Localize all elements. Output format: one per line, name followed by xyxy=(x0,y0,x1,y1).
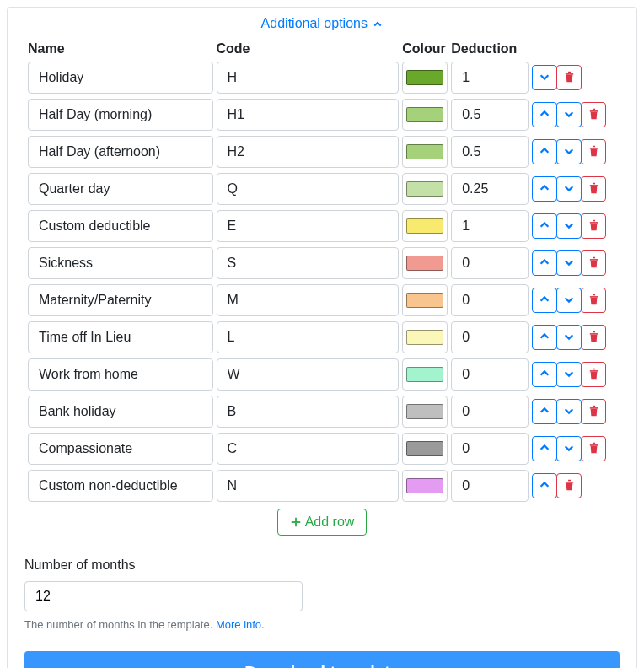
download-template-button[interactable]: Download template xyxy=(24,651,620,668)
move-up-button[interactable] xyxy=(532,176,557,202)
deduction-cell[interactable]: 0 xyxy=(451,321,529,353)
name-cell[interactable]: Maternity/Paternity xyxy=(28,284,213,316)
colour-cell[interactable] xyxy=(402,358,448,391)
delete-row-button[interactable] xyxy=(581,213,606,239)
deduction-value: 0.25 xyxy=(462,181,488,197)
deduction-cell[interactable]: 0 xyxy=(451,396,529,428)
delete-row-button[interactable] xyxy=(581,176,606,202)
row-actions xyxy=(532,176,616,202)
deduction-cell[interactable]: 0 xyxy=(451,358,529,391)
code-cell[interactable]: M xyxy=(217,284,400,316)
move-up-button[interactable] xyxy=(532,250,557,276)
header-deduction: Deduction xyxy=(451,41,529,62)
deduction-cell[interactable]: 1 xyxy=(451,210,529,242)
move-up-button[interactable] xyxy=(532,102,557,127)
delete-row-button[interactable] xyxy=(581,288,606,313)
delete-row-button[interactable] xyxy=(581,250,606,276)
deduction-cell[interactable]: 0 xyxy=(451,470,529,502)
name-cell[interactable]: Holiday xyxy=(28,62,213,94)
code-cell[interactable]: E xyxy=(217,210,400,242)
move-down-button[interactable] xyxy=(556,176,582,202)
deduction-cell[interactable]: 0 xyxy=(451,247,529,279)
colour-cell[interactable] xyxy=(402,321,448,353)
add-row-button[interactable]: Add row xyxy=(277,509,368,536)
chevron-down-icon xyxy=(563,294,575,308)
deduction-cell[interactable]: 0.5 xyxy=(451,99,529,131)
delete-row-button[interactable] xyxy=(556,65,582,90)
move-up-button[interactable] xyxy=(532,399,557,424)
code-cell[interactable]: Q xyxy=(217,173,400,205)
code-cell[interactable]: W xyxy=(217,358,400,391)
move-down-button[interactable] xyxy=(556,325,582,350)
months-more-info-link[interactable]: More info. xyxy=(216,618,265,631)
name-value: Quarter day xyxy=(39,181,110,197)
move-up-button[interactable] xyxy=(532,213,557,239)
colour-cell[interactable] xyxy=(402,433,448,465)
colour-cell[interactable] xyxy=(402,396,448,428)
move-down-button[interactable] xyxy=(556,436,582,461)
name-cell[interactable]: Sickness xyxy=(28,247,213,279)
move-down-button[interactable] xyxy=(556,288,582,313)
move-up-button[interactable] xyxy=(532,362,557,387)
move-down-button[interactable] xyxy=(556,250,582,276)
name-cell[interactable]: Work from home xyxy=(28,358,213,391)
delete-row-button[interactable] xyxy=(581,399,606,424)
name-cell[interactable]: Custom non-deductible xyxy=(28,470,213,502)
table-row: Bank holidayB0 xyxy=(28,396,616,433)
code-cell[interactable]: H xyxy=(217,62,400,94)
move-down-button[interactable] xyxy=(556,139,582,164)
code-cell[interactable]: B xyxy=(217,396,400,428)
code-cell[interactable]: L xyxy=(217,321,400,353)
name-cell[interactable]: Compassionate xyxy=(28,433,213,465)
colour-cell[interactable] xyxy=(402,247,448,279)
chevron-up-icon xyxy=(539,405,550,419)
additional-options-toggle[interactable]: Additional options xyxy=(24,8,620,41)
deduction-cell[interactable]: 0.25 xyxy=(451,173,529,205)
move-down-button[interactable] xyxy=(556,102,582,127)
name-cell[interactable]: Quarter day xyxy=(28,173,213,205)
move-up-button[interactable] xyxy=(532,436,557,461)
move-up-button[interactable] xyxy=(532,288,557,313)
delete-row-button[interactable] xyxy=(581,436,606,461)
code-cell[interactable]: H1 xyxy=(217,99,400,131)
name-cell[interactable]: Half Day (morning) xyxy=(28,99,213,131)
move-down-button[interactable] xyxy=(556,362,582,387)
code-cell[interactable]: S xyxy=(217,247,400,279)
code-cell[interactable]: H2 xyxy=(217,136,400,168)
deduction-cell[interactable]: 1 xyxy=(451,62,529,94)
colour-cell[interactable] xyxy=(402,470,448,502)
colour-cell[interactable] xyxy=(402,210,448,242)
name-value: Holiday xyxy=(39,70,83,85)
delete-row-button[interactable] xyxy=(581,102,606,127)
code-value: B xyxy=(228,404,237,419)
colour-cell[interactable] xyxy=(402,99,448,131)
months-input[interactable] xyxy=(24,581,303,611)
colour-cell[interactable] xyxy=(402,284,448,316)
colour-cell[interactable] xyxy=(402,136,448,168)
deduction-cell[interactable]: 0.5 xyxy=(451,136,529,168)
delete-row-button[interactable] xyxy=(556,473,582,498)
colour-cell[interactable] xyxy=(402,173,448,205)
move-down-button[interactable] xyxy=(532,65,557,90)
table-row: Half Day (morning)H10.5 xyxy=(28,99,616,136)
name-cell[interactable]: Custom deductible xyxy=(28,210,213,242)
delete-row-button[interactable] xyxy=(581,325,606,350)
move-down-button[interactable] xyxy=(556,213,582,239)
name-cell[interactable]: Half Day (afternoon) xyxy=(28,136,213,168)
chevron-up-icon xyxy=(539,331,550,345)
move-up-button[interactable] xyxy=(532,473,557,498)
name-cell[interactable]: Time off In Lieu xyxy=(28,321,213,353)
deduction-value: 0 xyxy=(462,256,470,271)
move-up-button[interactable] xyxy=(532,325,557,350)
code-cell[interactable]: N xyxy=(217,470,400,502)
colour-cell[interactable] xyxy=(402,62,448,94)
delete-row-button[interactable] xyxy=(581,139,606,164)
move-up-button[interactable] xyxy=(532,139,557,164)
move-down-button[interactable] xyxy=(556,399,582,424)
chevron-down-icon xyxy=(563,368,575,382)
deduction-cell[interactable]: 0 xyxy=(451,284,529,316)
deduction-cell[interactable]: 0 xyxy=(451,433,529,465)
code-cell[interactable]: C xyxy=(217,433,400,465)
delete-row-button[interactable] xyxy=(581,362,606,387)
name-cell[interactable]: Bank holiday xyxy=(28,396,213,428)
